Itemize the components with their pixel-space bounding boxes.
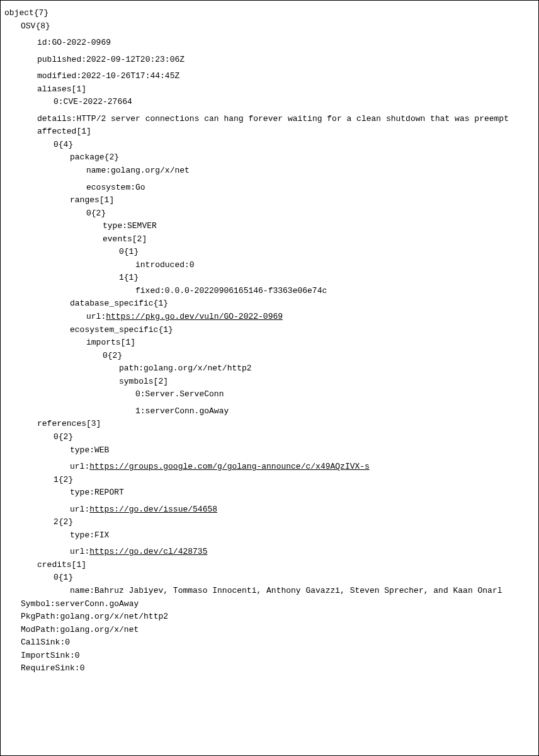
node-symbols-1[interactable]: 1:serverConn.goAway [135,406,535,417]
node-ref-0-type[interactable]: type:WEB [70,445,535,456]
node-symbols-0[interactable]: 0:Server.ServeConn [135,389,535,400]
node-details[interactable]: details:HTTP/2 server connections can ha… [37,113,535,125]
node-affected-0[interactable]: 0{4} [54,139,535,151]
node-fixed[interactable]: fixed:0.0.0-20220906165146-f3363e06e74c [135,285,535,297]
node-aliases[interactable]: aliases[1] [37,84,535,95]
node-published[interactable]: published:2022-09-12T20:23:06Z [37,54,535,66]
node-importsink[interactable]: ImportSink:0 [21,650,535,662]
node-object-root[interactable]: object{7} [4,8,535,19]
node-events[interactable]: events[2] [103,234,535,245]
node-affected[interactable]: affected[1] [37,126,535,137]
link-ref-2[interactable]: https://go.dev/cl/428735 [89,547,207,556]
node-ref-0[interactable]: 0{2} [54,432,535,443]
node-ranges-type[interactable]: type:SEMVER [103,220,535,232]
node-package-ecosystem[interactable]: ecosystem:Go [86,182,535,193]
node-imports[interactable]: imports[1] [86,337,535,348]
node-database-specific[interactable]: database_specific{1} [70,298,535,309]
node-modified[interactable]: modified:2022-10-26T17:44:45Z [37,71,535,82]
node-pkgpath[interactable]: PkgPath:golang.org/x/net/http2 [21,611,535,622]
node-modpath[interactable]: ModPath:golang.org/x/net [21,624,535,636]
node-database-url[interactable]: url:https://pkg.go.dev/vuln/GO-2022-0969 [86,311,535,323]
json-tree-viewer: object{7} OSV{8} id:GO-2022-0969 publish… [0,0,539,756]
node-introduced[interactable]: introduced:0 [135,260,535,271]
node-references[interactable]: references[3] [37,418,535,430]
node-ref-1[interactable]: 1{2} [54,474,535,486]
node-ranges-0[interactable]: 0{2} [86,208,535,219]
node-ref-1-type[interactable]: type:REPORT [70,487,535,498]
link-database-url[interactable]: https://pkg.go.dev/vuln/GO-2022-0969 [106,312,283,321]
node-imports-0[interactable]: 0{2} [103,350,535,362]
node-callsink[interactable]: CallSink:0 [21,637,535,648]
node-ecosystem-specific[interactable]: ecosystem_specific{1} [70,324,535,336]
node-requiresink[interactable]: RequireSink:0 [21,663,535,674]
node-ref-0-url[interactable]: url:https://groups.google.com/g/golang-a… [70,461,535,472]
link-ref-0[interactable]: https://groups.google.com/g/golang-annou… [89,462,370,471]
node-ref-2-type[interactable]: type:FIX [70,530,535,541]
node-package-name[interactable]: name:golang.org/x/net [86,165,535,176]
node-ref-1-url[interactable]: url:https://go.dev/issue/54658 [70,504,535,515]
node-events-1[interactable]: 1{1} [119,272,535,284]
node-credits-0[interactable]: 0{1} [54,572,535,583]
node-aliases-0[interactable]: 0:CVE-2022-27664 [54,96,535,108]
node-package[interactable]: package{2} [70,152,535,163]
node-credits-name[interactable]: name:Bahruz Jabiyev, Tommaso Innocenti, … [70,585,535,597]
node-id[interactable]: id:GO-2022-0969 [37,37,535,49]
node-credits[interactable]: credits[1] [37,559,535,571]
node-symbol[interactable]: Symbol:serverConn.goAway [21,598,535,610]
node-events-0[interactable]: 0{1} [119,246,535,258]
node-osv[interactable]: OSV{8} [21,21,535,32]
node-symbols[interactable]: symbols[2] [119,376,535,387]
link-ref-1[interactable]: https://go.dev/issue/54658 [89,505,217,514]
node-ranges[interactable]: ranges[1] [70,195,535,206]
node-imports-path[interactable]: path:golang.org/x/net/http2 [119,363,535,374]
node-ref-2-url[interactable]: url:https://go.dev/cl/428735 [70,546,535,558]
node-ref-2[interactable]: 2{2} [54,517,535,528]
